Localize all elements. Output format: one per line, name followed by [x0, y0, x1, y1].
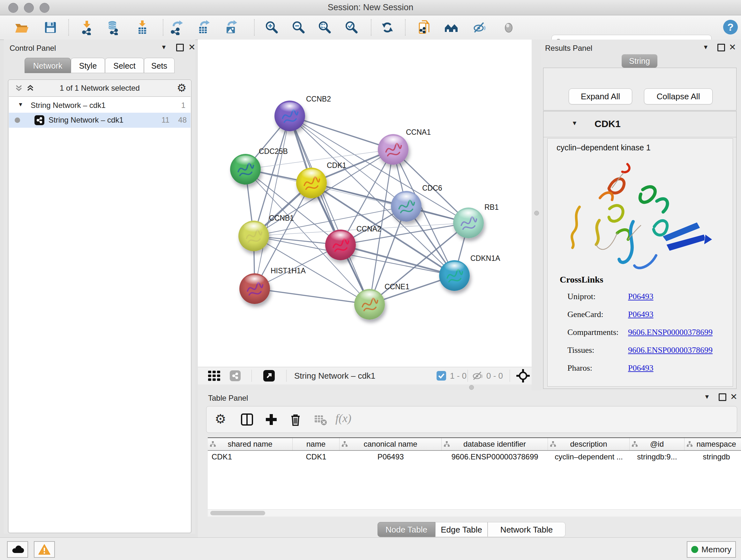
network-edge[interactable] [290, 116, 393, 149]
first-neighbors-icon[interactable] [444, 20, 459, 35]
export-network-icon[interactable] [169, 20, 184, 35]
tree-expander-icon[interactable]: ▼ [18, 102, 23, 108]
splitter-handle[interactable] [534, 211, 539, 215]
help-icon[interactable]: ? [723, 19, 738, 35]
crosslink-link[interactable]: 9606.ENSP00000378699 [628, 346, 713, 355]
add-column-icon[interactable] [264, 412, 279, 427]
network-node-CCNE1[interactable] [354, 289, 385, 320]
refresh-view-icon[interactable] [380, 20, 395, 35]
network-edge[interactable] [290, 116, 369, 304]
fit-selected-crosshair-icon[interactable] [516, 369, 530, 382]
splitter-handle[interactable] [469, 385, 474, 390]
network-node-HIST1H1A[interactable] [239, 273, 270, 304]
panel-close-icon[interactable]: ✕ [188, 44, 196, 51]
warnings-button[interactable] [34, 541, 55, 558]
panel-menu-icon[interactable]: ▼ [161, 44, 167, 51]
tab-node-table[interactable]: Node Table [378, 522, 435, 537]
network-node-RB1[interactable] [453, 207, 484, 238]
scrollbar-thumb[interactable] [210, 511, 265, 515]
crosslink-link[interactable]: P06493 [628, 310, 653, 319]
hide-selected-eye-icon[interactable] [472, 20, 487, 35]
table-row[interactable]: CDK1CDK1P064939606.ENSP00000378699cyclin… [208, 451, 741, 463]
export-image-icon[interactable] [223, 20, 239, 35]
save-session-icon[interactable] [43, 20, 58, 35]
column-label: database identifier [442, 438, 548, 450]
expand-all-button[interactable]: Expand All [569, 88, 632, 105]
import-table-file-icon[interactable] [135, 20, 150, 35]
horizontal-scrollbar[interactable] [208, 509, 741, 516]
entry-header[interactable]: ▼ CDK1 [543, 111, 736, 137]
node-label: CCNA1 [406, 128, 431, 137]
network-node-CDKN1A[interactable] [439, 260, 470, 291]
collapse-all-button[interactable]: Collapse All [644, 88, 713, 105]
memory-status-dot [691, 546, 698, 553]
selected-checkbox-icon[interactable] [436, 371, 446, 381]
column-header-description[interactable]: description [548, 438, 630, 450]
import-network-file-icon[interactable] [79, 20, 94, 35]
network-status-dot [15, 118, 20, 123]
tab-select[interactable]: Select [105, 58, 144, 73]
birds-eye-view-icon[interactable] [208, 371, 222, 381]
tab-edge-table[interactable]: Edge Table [435, 522, 488, 537]
crosslink-link[interactable]: 9606.ENSP00000378699 [628, 327, 713, 337]
network-edge[interactable] [255, 116, 290, 289]
crosslink-link[interactable]: P06493 [628, 292, 653, 301]
panel-close-icon[interactable]: ✕ [729, 44, 736, 51]
cloud-status-button[interactable] [7, 541, 28, 558]
network-node-CCNB1[interactable] [239, 221, 269, 251]
zoom-selected-icon[interactable] [344, 20, 359, 35]
panel-float-icon[interactable] [176, 44, 184, 51]
horizontal-splitter[interactable] [198, 384, 532, 390]
network-canvas[interactable]: CCNB2 CCNA1 CDC25B CDK1 CDC6 RB1 [198, 40, 532, 367]
vertical-splitter[interactable] [532, 40, 541, 390]
network-node-CDC25B[interactable] [230, 154, 261, 185]
column-header-canonical-name[interactable]: canonical name [340, 438, 442, 450]
zoom-fit-icon[interactable] [317, 20, 333, 35]
node-label: CDC25B [259, 147, 288, 156]
export-table-icon[interactable] [196, 20, 211, 35]
memory-button[interactable]: Memory [687, 541, 736, 558]
panel-float-icon[interactable] [719, 393, 726, 401]
crosslink-link[interactable]: P06493 [628, 363, 653, 373]
column-header-name[interactable]: name [293, 438, 340, 450]
panel-menu-icon[interactable]: ▼ [703, 44, 709, 51]
results-panel: Results Panel ▼ ✕ String Expand All Coll… [541, 40, 741, 390]
network-node-CCNA2[interactable] [325, 230, 356, 260]
node-gloss [280, 102, 300, 112]
tab-network[interactable]: Network [24, 58, 71, 73]
current-network-name: String Network – cdk1 [294, 371, 375, 381]
open-in-browser-icon[interactable] [263, 370, 275, 381]
panel-menu-icon[interactable]: ▼ [704, 393, 710, 400]
network-edge[interactable] [340, 245, 455, 275]
network-edge[interactable] [255, 289, 369, 304]
table-options-gear-icon[interactable]: ⚙ [215, 414, 226, 424]
show-all-eye-icon[interactable] [501, 20, 516, 35]
network-tree-root-row[interactable]: ▼ String Network – cdk1 1 [9, 99, 191, 113]
column-header-namespace[interactable]: namespace [684, 438, 741, 450]
table-cell: cyclin–dependent ... [548, 451, 630, 463]
column-header-database-identifier[interactable]: database identifier [442, 438, 548, 450]
network-tree-row-selected[interactable]: String Network – cdk1 11 48 [9, 113, 191, 128]
panel-float-icon[interactable] [718, 44, 725, 51]
network-node-CCNB2[interactable] [274, 101, 305, 131]
entry-collapse-icon[interactable]: ▼ [571, 120, 578, 127]
column-header-shared-name[interactable]: shared name [208, 438, 293, 450]
tab-style[interactable]: Style [71, 58, 105, 73]
clone-network-icon[interactable] [417, 20, 432, 35]
zoom-in-icon[interactable] [264, 20, 280, 35]
open-session-icon[interactable] [14, 20, 29, 35]
network-node-CCNA1[interactable] [378, 134, 408, 165]
network-node-CDK1[interactable] [296, 168, 327, 198]
network-options-gear-icon[interactable]: ⚙ [177, 82, 186, 93]
tab-network-table[interactable]: Network Table [488, 522, 565, 537]
column-label: name [293, 438, 339, 450]
zoom-out-icon[interactable] [291, 20, 307, 35]
tab-sets[interactable]: Sets [144, 58, 175, 73]
results-tab-string[interactable]: String [622, 54, 657, 68]
delete-column-trash-icon[interactable] [288, 412, 303, 427]
show-columns-icon[interactable] [240, 412, 254, 427]
panel-close-icon[interactable]: ✕ [730, 394, 738, 400]
network-node-CDC6[interactable] [391, 191, 421, 222]
import-network-database-icon[interactable] [105, 20, 121, 35]
column-header--id[interactable]: @id [630, 438, 684, 450]
